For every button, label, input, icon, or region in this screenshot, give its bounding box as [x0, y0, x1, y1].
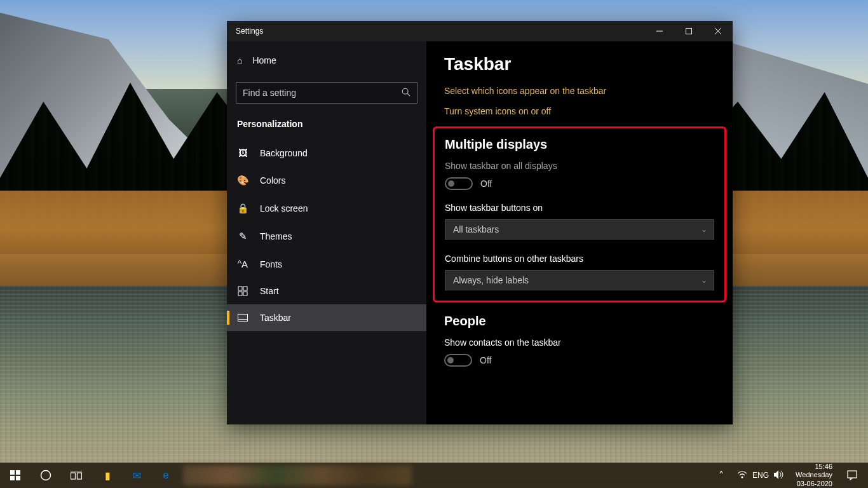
sidebar-item-lock-screen[interactable]: 🔒 Lock screen — [227, 194, 426, 222]
toggle-state: Off — [480, 355, 491, 365]
combine-buttons-dropdown[interactable]: Always, hide labels — [445, 270, 714, 290]
sidebar-item-label: Taskbar — [260, 313, 291, 323]
link-system-icons[interactable]: Turn system icons on or off — [444, 106, 715, 116]
home-label: Home — [252, 55, 276, 65]
taskbar-icon — [237, 314, 248, 322]
start-button[interactable] — [0, 463, 31, 488]
sidebar-item-taskbar[interactable]: Taskbar — [227, 304, 426, 331]
dropdown-value: All taskbars — [453, 224, 499, 234]
minimize-button[interactable] — [645, 21, 674, 41]
titlebar[interactable]: Settings — [227, 21, 733, 41]
svg-rect-13 — [16, 470, 20, 475]
svg-point-16 — [41, 471, 51, 480]
sidebar-item-themes[interactable]: ✎ Themes — [227, 222, 426, 250]
volume-icon[interactable] — [774, 470, 784, 481]
highlight-annotation: Multiple displays Show taskbar on all di… — [433, 126, 726, 302]
svg-line-5 — [407, 93, 410, 96]
action-center-button[interactable] — [839, 463, 865, 488]
clock-time: 15:46 — [796, 463, 832, 471]
svg-rect-22 — [848, 471, 857, 478]
svg-rect-14 — [10, 476, 15, 480]
people-heading: People — [444, 314, 715, 329]
system-tray[interactable]: ENG — [732, 470, 789, 481]
search-icon — [402, 88, 410, 98]
language-indicator[interactable]: ENG — [752, 471, 769, 480]
maximize-button[interactable] — [674, 21, 703, 41]
taskbar-app-edge[interactable]: e — [151, 463, 180, 488]
sidebar-item-label: Background — [260, 148, 308, 158]
palette-icon: 🎨 — [237, 175, 248, 186]
taskbar-running-apps[interactable] — [183, 465, 412, 485]
show-buttons-on-label: Show taskbar buttons on — [445, 203, 714, 213]
sidebar-item-fonts[interactable]: AA Fonts — [227, 250, 426, 278]
home-icon: ⌂ — [237, 55, 242, 65]
show-buttons-on-dropdown[interactable]: All taskbars — [445, 219, 714, 240]
task-view-button[interactable] — [61, 463, 92, 488]
search-input[interactable]: Find a setting — [236, 82, 417, 104]
wifi-icon[interactable] — [737, 471, 747, 480]
sidebar: ⌂ Home Find a setting Personalization 🖼 … — [227, 41, 426, 424]
taskbar-app-mail[interactable]: ✉ — [122, 463, 151, 488]
svg-rect-15 — [16, 476, 20, 480]
svg-point-4 — [402, 88, 408, 94]
tray-chevron-up-icon[interactable]: ˄ — [712, 463, 731, 488]
sidebar-item-label: Lock screen — [260, 203, 308, 214]
sidebar-item-start[interactable]: Start — [227, 278, 426, 304]
sidebar-item-label: Start — [260, 286, 279, 296]
show-contacts-toggle[interactable]: Off — [444, 354, 715, 367]
svg-rect-18 — [78, 473, 82, 479]
sidebar-item-colors[interactable]: 🎨 Colors — [227, 166, 426, 194]
toggle-track — [444, 354, 472, 367]
svg-rect-7 — [243, 287, 247, 290]
svg-marker-21 — [774, 470, 778, 479]
link-select-icons[interactable]: Select which icons appear on the taskbar — [444, 86, 715, 96]
show-contacts-label: Show contacts on the taskbar — [444, 337, 715, 348]
settings-window: Settings ⌂ Home Find a setting — [227, 21, 733, 424]
cortana-button[interactable] — [31, 463, 61, 488]
taskbar: ▮ ✉ e ˄ ENG 15:46 Wednesday 03-06-2020 — [0, 463, 868, 488]
taskbar-clock[interactable]: 15:46 Wednesday 03-06-2020 — [790, 463, 837, 488]
search-placeholder: Find a setting — [243, 88, 296, 98]
svg-rect-9 — [243, 292, 247, 295]
svg-rect-6 — [238, 287, 242, 290]
close-button[interactable] — [703, 21, 733, 41]
toggle-track — [445, 177, 473, 190]
multiple-displays-heading: Multiple displays — [445, 137, 714, 152]
content-panel: Taskbar Select which icons appear on the… — [426, 41, 733, 424]
svg-rect-12 — [10, 470, 15, 475]
dropdown-value: Always, hide labels — [453, 275, 529, 285]
page-heading: Taskbar — [444, 54, 715, 74]
svg-point-20 — [742, 477, 743, 478]
svg-rect-10 — [238, 315, 248, 322]
home-button[interactable]: ⌂ Home — [227, 49, 426, 72]
picture-icon: 🖼 — [237, 147, 248, 158]
sidebar-item-background[interactable]: 🖼 Background — [227, 139, 426, 166]
clock-date: 03-06-2020 — [796, 480, 832, 488]
svg-rect-17 — [71, 473, 76, 479]
sidebar-section-title: Personalization — [227, 115, 426, 139]
sidebar-item-label: Fonts — [260, 259, 282, 269]
sidebar-item-label: Colors — [260, 175, 285, 186]
svg-rect-8 — [238, 292, 242, 295]
clock-day: Wednesday — [796, 471, 832, 479]
svg-rect-1 — [686, 29, 692, 34]
font-icon: AA — [237, 259, 248, 269]
show-taskbar-all-toggle[interactable]: Off — [445, 177, 714, 190]
lock-icon: 🔒 — [237, 203, 248, 214]
grid-icon — [237, 286, 248, 296]
toggle-state: Off — [480, 179, 492, 189]
sidebar-item-label: Themes — [260, 231, 292, 241]
show-taskbar-all-label: Show taskbar on all displays — [445, 161, 714, 171]
window-title: Settings — [236, 27, 263, 36]
combine-buttons-label: Combine buttons on other taskbars — [445, 254, 714, 264]
pencil-icon: ✎ — [237, 231, 248, 242]
taskbar-app-explorer[interactable]: ▮ — [93, 463, 122, 488]
